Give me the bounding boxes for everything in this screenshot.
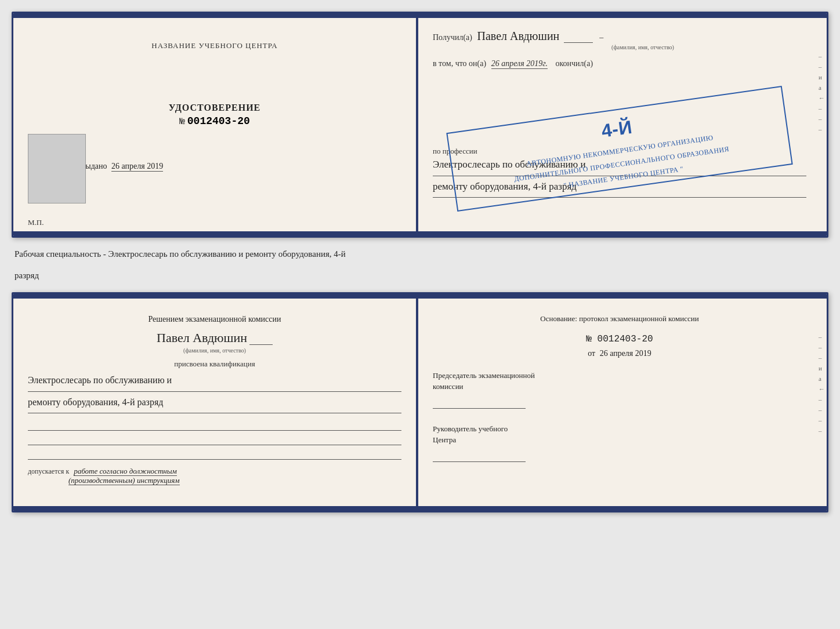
top-left-panel: НАЗВАНИЕ УЧЕБНОГО ЦЕНТРА УДОСТОВЕРЕНИЕ №… xyxy=(13,18,416,236)
head-signature-line xyxy=(433,450,526,462)
top-right-panel: Получил(а) Павел Авдюшин – (фамилия, имя… xyxy=(418,18,827,236)
extra-lines xyxy=(28,419,401,460)
mp-label: М.П. xyxy=(28,218,44,227)
received-row: Получил(а) Павел Авдюшин – xyxy=(433,30,806,43)
bottom-right-panel: Основание: протокол экзаменационной коми… xyxy=(418,299,827,511)
issued-line: Выдано 26 апреля 2019 xyxy=(80,162,401,171)
org-name-left: НАЗВАНИЕ УЧЕБНОГО ЦЕНТРА xyxy=(28,41,401,50)
cert-number: № 0012403-20 xyxy=(28,115,401,127)
bottom-strip-top xyxy=(13,231,827,236)
page-wrapper: НАЗВАНИЕ УЧЕБНОГО ЦЕНТРА УДОСТОВЕРЕНИЕ №… xyxy=(12,12,828,512)
basis-number: № 0012403-20 xyxy=(433,334,806,344)
chairman-signature-line xyxy=(433,397,526,409)
assigned-label: присвоена квалификация xyxy=(28,359,401,369)
bottom-booklet-bottom-strip xyxy=(13,506,827,511)
description-line1: Рабочая специальность - Электрослесарь п… xyxy=(12,243,828,265)
allowed-row: допускается к работе согласно должностны… xyxy=(28,467,401,485)
chairman-section: Председатель экзаменационной комиссии xyxy=(433,370,806,409)
top-booklet: НАЗВАНИЕ УЧЕБНОГО ЦЕНТРА УДОСТОВЕРЕНИЕ №… xyxy=(12,12,828,238)
stamp-area: 4-й АВТОНОМНУЮ НЕКОММЕРЧЕСКУЮ ОРГАНИЗАЦИ… xyxy=(433,74,806,144)
bottom-booklet-top-strip xyxy=(13,294,827,299)
qual-text: Электрослесарь по обслуживанию и ремонту… xyxy=(28,372,401,413)
bottom-booklet: Решением экзаменационной комиссии Павел … xyxy=(12,292,828,512)
right-edge-marks: – – и а ← – – – xyxy=(819,53,825,133)
top-strip xyxy=(13,13,827,18)
bottom-right-edge-marks: – – – и а ← – – – – xyxy=(819,333,825,434)
cert-type: УДОСТОВЕРЕНИЕ xyxy=(28,103,401,113)
bottom-left-panel: Решением экзаменационной комиссии Павел … xyxy=(13,299,416,511)
head-section: Руководитель учебного Центра xyxy=(433,423,806,462)
in-that-row: в том, что он(а) 26 апреля 2019г. окончи… xyxy=(433,59,806,68)
person-name-row: Павел Авдюшин xyxy=(28,330,401,346)
basis-title: Основание: протокол экзаменационной коми… xyxy=(433,313,806,325)
description-line2: разряд xyxy=(12,265,828,286)
basis-date: от 26 апреля 2019 xyxy=(433,349,806,358)
photo-placeholder xyxy=(28,134,86,203)
decision-title: Решением экзаменационной комиссии xyxy=(28,313,401,326)
description-block: Рабочая специальность - Электрослесарь п… xyxy=(12,243,828,286)
